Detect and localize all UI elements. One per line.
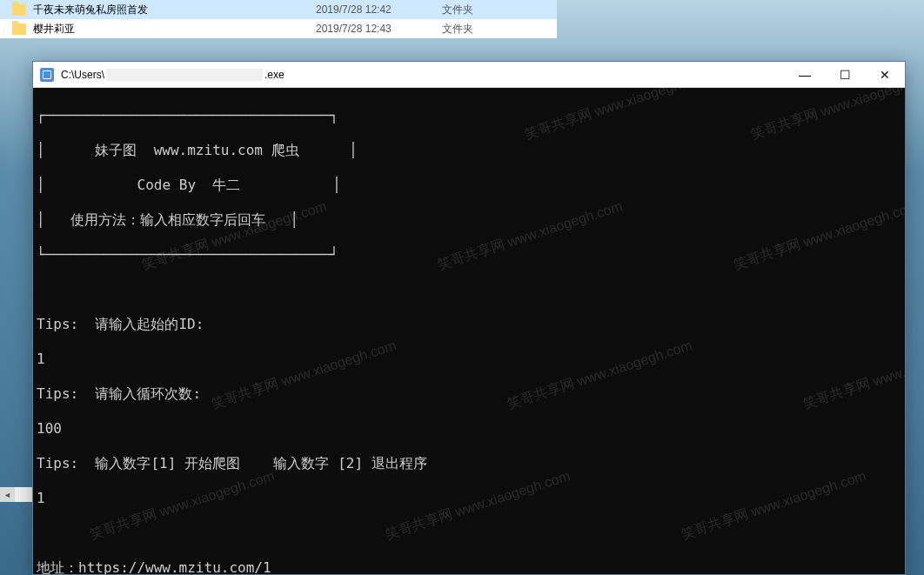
blank-line (37, 525, 901, 542)
header-line: │ 妹子图 www.mzitu.com 爬虫 │ (37, 142, 901, 159)
minimize-button[interactable]: — (785, 62, 825, 88)
input-line: 1 (37, 351, 901, 368)
scroll-left-icon[interactable]: ◄ (0, 487, 15, 502)
explorer-panel: 千夜未来萌兔私房照首发 2019/7/28 12:42 文件夹 樱井莉亚 201… (0, 0, 557, 38)
header-line: │ 使用方法：输入相应数字后回车 │ (37, 211, 901, 229)
window-title-prefix: C:\Users\ (61, 69, 104, 81)
file-name: 樱井莉亚 (33, 22, 316, 37)
folder-icon (12, 23, 26, 35)
explorer-row[interactable]: 樱井莉亚 2019/7/28 12:43 文件夹 (0, 19, 557, 38)
file-type: 文件夹 (442, 3, 473, 17)
app-icon (40, 68, 54, 82)
prompt-line: Tips: 请输入起始的ID: (37, 316, 901, 333)
address-line: 地址：https://www.mzitu.com/1 (37, 559, 901, 574)
input-line: 100 (37, 420, 901, 438)
input-line: 1 (37, 490, 901, 507)
window-title-suffix: .exe (264, 69, 285, 81)
folder-icon (12, 4, 26, 16)
prompt-line: Tips: 输入数字[1] 开始爬图 输入数字 [2] 退出程序 (37, 455, 901, 472)
title-redacted (106, 69, 263, 81)
header-border: └──────────────────────────────────┘ (37, 246, 901, 264)
prompt-line: Tips: 请输入循环次数: (37, 385, 901, 403)
console-output[interactable]: ┌──────────────────────────────────┐ │ 妹… (33, 88, 905, 574)
titlebar[interactable]: C:\Users\ .exe — ☐ ✕ (33, 62, 905, 88)
console-window: C:\Users\ .exe — ☐ ✕ ┌──────────────────… (32, 61, 906, 575)
file-type: 文件夹 (442, 22, 473, 37)
explorer-row[interactable]: 千夜未来萌兔私房照首发 2019/7/28 12:42 文件夹 (0, 0, 557, 19)
header-line: │ Code By 牛二 │ (37, 177, 901, 194)
header-border: ┌──────────────────────────────────┐ (37, 107, 901, 124)
file-name: 千夜未来萌兔私房照首发 (33, 3, 316, 17)
file-date: 2019/7/28 12:43 (316, 23, 442, 35)
file-date: 2019/7/28 12:42 (316, 3, 442, 16)
maximize-button[interactable]: ☐ (825, 62, 865, 88)
close-button[interactable]: ✕ (865, 62, 905, 88)
blank-line (37, 281, 901, 298)
